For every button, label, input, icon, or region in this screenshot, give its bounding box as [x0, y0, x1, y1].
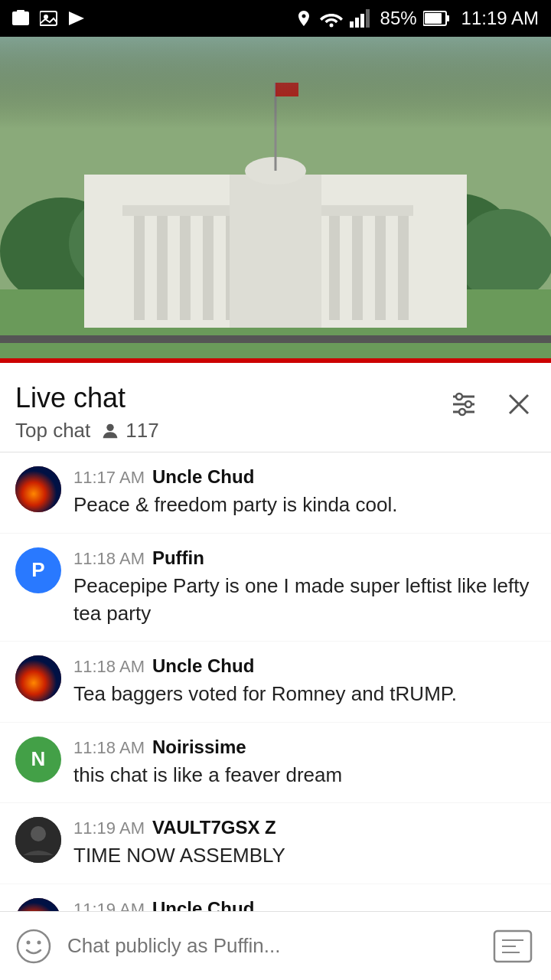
message-content: 11:18 AM Uncle Chud Tea baggers voted fo…	[73, 655, 536, 707]
message-author: Noirissime	[152, 737, 246, 758]
message-content: 11:17 AM Uncle Chud Peace & freedom part…	[73, 466, 536, 518]
filter-button[interactable]	[447, 387, 481, 421]
battery-percent: 85%	[380, 8, 417, 29]
svg-rect-27	[352, 213, 363, 320]
svg-point-17	[455, 209, 551, 301]
svg-rect-29	[398, 213, 409, 320]
status-time: 11:19 AM	[461, 8, 539, 29]
svg-point-42	[465, 401, 471, 407]
svg-point-3	[44, 15, 48, 19]
message-text: this chat is like a feaver dream	[73, 761, 536, 789]
message-content: 11:18 AM Noirissime this chat is like a …	[73, 737, 536, 789]
svg-rect-20	[134, 213, 145, 320]
message-author: Uncle Chud	[152, 466, 254, 488]
chat-message: N 11:18 AM Noirissime this chat is like …	[0, 723, 551, 803]
chat-header: Live chat Top chat 117	[0, 363, 551, 452]
svg-point-53	[37, 940, 41, 944]
chat-input-field[interactable]	[67, 925, 474, 968]
message-meta: 11:18 AM Uncle Chud	[73, 655, 536, 677]
message-text: Peacepipe Party is one I made super left…	[73, 572, 536, 628]
video-player[interactable]	[0, 37, 551, 358]
message-author: Puffin	[152, 547, 204, 569]
svg-rect-35	[0, 335, 551, 343]
wifi-icon	[319, 9, 344, 28]
svg-point-51	[18, 930, 50, 962]
svg-rect-9	[366, 9, 370, 28]
message-time: 11:18 AM	[73, 549, 145, 569]
chat-header-left: Live chat Top chat 117	[15, 381, 159, 443]
chat-messages-list: 11:17 AM Uncle Chud Peace & freedom part…	[0, 452, 551, 980]
signal-icon	[350, 9, 370, 28]
message-content: 11:19 AM VAULT7GSX Z TIME NOW ASSEMBLY	[73, 817, 536, 869]
svg-point-5	[329, 24, 333, 28]
svg-point-47	[15, 655, 61, 701]
message-text: Peace & freedom party is kinda cool.	[73, 491, 536, 518]
message-meta: 11:18 AM Puffin	[73, 547, 536, 569]
message-text: Tea baggers voted for Romney and tRUMP.	[73, 680, 536, 707]
svg-point-37	[107, 423, 114, 430]
image-icon	[40, 10, 61, 27]
svg-point-43	[459, 409, 465, 415]
avatar	[15, 655, 61, 701]
top-chat-label: Top chat	[15, 419, 90, 443]
live-chat-title: Live chat	[15, 381, 159, 414]
message-time: 11:18 AM	[73, 657, 145, 677]
message-content: 11:18 AM Puffin Peacepipe Party is one I…	[73, 547, 536, 628]
video-thumbnail	[0, 37, 551, 358]
svg-point-46	[15, 466, 61, 512]
chat-header-actions	[447, 381, 536, 421]
chat-message: 11:17 AM Uncle Chud Peace & freedom part…	[0, 452, 551, 533]
svg-rect-23	[203, 213, 214, 320]
status-left-icons	[12, 10, 289, 27]
message-time: 11:19 AM	[73, 818, 145, 838]
message-text: TIME NOW ASSEMBLY	[73, 841, 536, 869]
svg-rect-21	[157, 213, 168, 320]
svg-rect-11	[446, 15, 449, 21]
message-meta: 11:18 AM Noirissime	[73, 737, 536, 758]
svg-marker-4	[69, 11, 84, 25]
svg-point-49	[31, 826, 46, 841]
chat-input-bar	[0, 911, 551, 980]
message-time: 11:18 AM	[73, 738, 145, 758]
status-bar: 85% 11:19 AM	[0, 0, 551, 37]
avatar: P	[15, 547, 61, 593]
chat-message: P 11:18 AM Puffin Peacepipe Party is one…	[0, 534, 551, 642]
svg-rect-28	[375, 213, 386, 320]
top-chat-row: Top chat 117	[15, 419, 159, 443]
avatar: N	[15, 737, 61, 782]
viewer-count-number: 117	[126, 419, 158, 443]
chat-message: 11:18 AM Uncle Chud Tea baggers voted fo…	[0, 642, 551, 722]
message-meta: 11:19 AM VAULT7GSX Z	[73, 817, 536, 838]
svg-rect-22	[180, 213, 191, 320]
svg-rect-8	[360, 14, 364, 28]
chat-message: 11:19 AM VAULT7GSX Z TIME NOW ASSEMBLY	[0, 803, 551, 884]
message-meta: 11:17 AM Uncle Chud	[73, 466, 536, 488]
svg-rect-7	[355, 18, 359, 28]
svg-rect-1	[17, 10, 24, 13]
svg-rect-36	[0, 37, 551, 129]
message-author: Uncle Chud	[152, 655, 254, 677]
viewer-count: 117	[99, 419, 158, 443]
svg-rect-6	[350, 21, 354, 28]
close-button[interactable]	[502, 387, 536, 421]
svg-rect-26	[329, 213, 340, 320]
svg-rect-31	[230, 175, 321, 328]
battery-icon	[423, 10, 451, 27]
person-icon	[99, 420, 121, 442]
emoji-button[interactable]	[12, 925, 55, 968]
svg-point-41	[456, 394, 462, 400]
location-icon	[295, 9, 313, 28]
svg-rect-0	[12, 11, 29, 25]
message-author: VAULT7GSX Z	[152, 817, 276, 838]
svg-point-52	[27, 940, 31, 944]
file-icon	[12, 10, 34, 27]
send-button[interactable]	[487, 925, 539, 968]
avatar	[15, 466, 61, 512]
svg-rect-12	[425, 13, 442, 24]
play-icon	[67, 10, 86, 27]
avatar	[15, 817, 61, 863]
message-time: 11:17 AM	[73, 468, 145, 488]
